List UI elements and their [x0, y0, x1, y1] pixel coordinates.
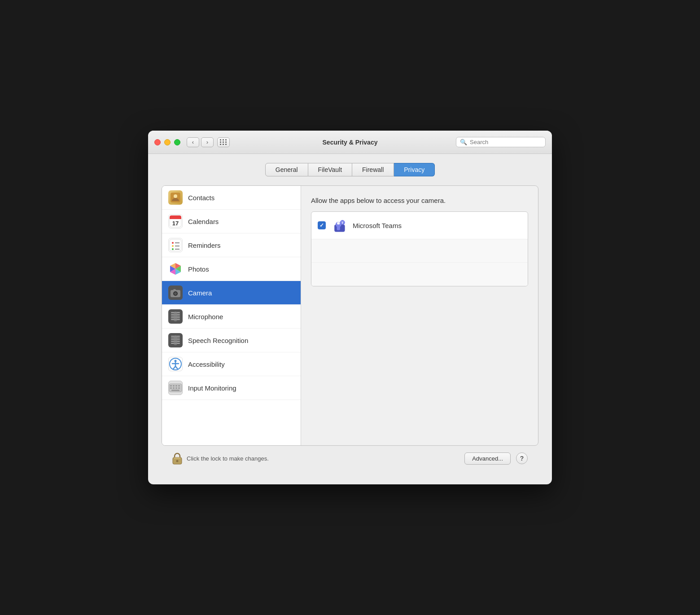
- reminders-label: Reminders: [188, 242, 221, 249]
- sidebar-item-camera[interactable]: Camera: [162, 281, 301, 305]
- tab-privacy[interactable]: Privacy: [394, 163, 435, 176]
- sidebar-item-calendars[interactable]: 17 Calendars: [162, 210, 301, 233]
- camera-icon: [168, 286, 183, 300]
- grid-button[interactable]: [217, 137, 230, 147]
- lock-icon: [172, 452, 182, 465]
- svg-point-1: [174, 194, 177, 198]
- svg-point-54: [337, 222, 340, 224]
- titlebar: ‹ › Security & Privacy 🔍: [148, 131, 552, 154]
- main-panel: Contacts 17 Calendars: [162, 185, 538, 446]
- microphone-icon: [168, 309, 183, 324]
- help-button[interactable]: ?: [516, 452, 528, 464]
- empty-row-2: [311, 263, 528, 286]
- window-title: Security & Privacy: [323, 139, 378, 146]
- teams-checkbox[interactable]: ✓: [318, 221, 326, 229]
- accessibility-icon: [168, 357, 183, 371]
- calendars-icon: 17: [168, 214, 183, 228]
- input-monitoring-icon: [168, 381, 183, 395]
- svg-point-8: [172, 245, 174, 247]
- svg-rect-42: [175, 385, 177, 387]
- svg-rect-48: [171, 390, 179, 391]
- maximize-button[interactable]: [174, 139, 180, 145]
- speech-icon: [168, 333, 183, 347]
- svg-rect-44: [170, 387, 172, 389]
- svg-rect-47: [178, 387, 180, 389]
- forward-button[interactable]: ›: [201, 137, 214, 147]
- speech-recognition-label: Speech Recognition: [188, 337, 248, 344]
- svg-text:17: 17: [172, 220, 179, 227]
- camera-label: Camera: [188, 289, 212, 297]
- grid-icon: [220, 139, 227, 145]
- advanced-button[interactable]: Advanced...: [464, 452, 511, 465]
- lock-area[interactable]: Click the lock to make changes.: [172, 452, 269, 465]
- sidebar-item-accessibility[interactable]: Accessibility: [162, 352, 301, 376]
- contacts-label: Contacts: [188, 194, 214, 202]
- svg-point-17: [174, 292, 177, 295]
- tab-filevault[interactable]: FileVault: [308, 163, 352, 176]
- svg-rect-57: [174, 457, 180, 459]
- traffic-lights: [154, 139, 180, 145]
- right-panel: Allow the apps below to access your came…: [301, 186, 538, 445]
- close-button[interactable]: [154, 139, 161, 145]
- tab-general[interactable]: General: [265, 163, 308, 176]
- sidebar-item-input-monitoring[interactable]: Input Monitoring: [162, 376, 301, 400]
- svg-rect-46: [175, 387, 177, 389]
- svg-point-7: [172, 242, 174, 244]
- minimize-button[interactable]: [164, 139, 171, 145]
- back-button[interactable]: ‹: [187, 137, 199, 147]
- search-input[interactable]: [470, 139, 542, 145]
- svg-rect-25: [174, 312, 177, 321]
- table-row[interactable]: ✓ T Microsoft Tea: [311, 212, 528, 239]
- search-box[interactable]: 🔍: [456, 137, 546, 147]
- sidebar-item-speech-recognition[interactable]: Speech Recognition: [162, 329, 301, 352]
- reminders-icon: [168, 238, 183, 252]
- svg-rect-55: [337, 224, 340, 230]
- photos-label: Photos: [188, 265, 209, 273]
- lock-text: Click the lock to make changes.: [187, 455, 269, 462]
- tab-firewall[interactable]: Firewall: [352, 163, 394, 176]
- sidebar-item-reminders[interactable]: Reminders: [162, 233, 301, 257]
- tabs: General FileVault Firewall Privacy: [162, 163, 538, 176]
- content-area: General FileVault Firewall Privacy: [148, 154, 552, 484]
- svg-rect-40: [170, 385, 172, 387]
- empty-row-1: [311, 239, 528, 263]
- svg-text:T: T: [341, 221, 344, 225]
- svg-point-58: [176, 460, 179, 462]
- calendars-label: Calendars: [188, 218, 219, 225]
- contacts-icon: [168, 190, 183, 205]
- search-icon: 🔍: [460, 139, 467, 145]
- nav-buttons: ‹ ›: [187, 137, 214, 147]
- teams-icon: T: [331, 217, 347, 233]
- svg-rect-32: [174, 335, 177, 345]
- sidebar-item-microphone[interactable]: Microphone: [162, 305, 301, 329]
- svg-rect-41: [173, 385, 175, 387]
- panel-description: Allow the apps below to access your came…: [311, 197, 528, 204]
- photos-icon: [168, 262, 183, 276]
- bottom-bar: Click the lock to make changes. Advanced…: [162, 446, 538, 471]
- sidebar-item-photos[interactable]: Photos: [162, 257, 301, 281]
- sidebar: Contacts 17 Calendars: [162, 186, 301, 445]
- main-window: ‹ › Security & Privacy 🔍 General FileVau…: [148, 131, 552, 484]
- svg-rect-18: [173, 289, 176, 291]
- svg-rect-45: [173, 387, 175, 389]
- svg-point-9: [172, 248, 174, 250]
- checkmark-icon: ✓: [319, 222, 324, 228]
- sidebar-item-contacts[interactable]: Contacts: [162, 186, 301, 210]
- accessibility-label: Accessibility: [188, 360, 225, 368]
- teams-app-name: Microsoft Teams: [353, 222, 402, 229]
- svg-rect-43: [178, 385, 180, 387]
- app-list: ✓ T Microsoft Tea: [311, 211, 528, 286]
- microphone-label: Microphone: [188, 313, 223, 321]
- input-monitoring-label: Input Monitoring: [188, 384, 236, 392]
- svg-rect-4: [170, 217, 181, 219]
